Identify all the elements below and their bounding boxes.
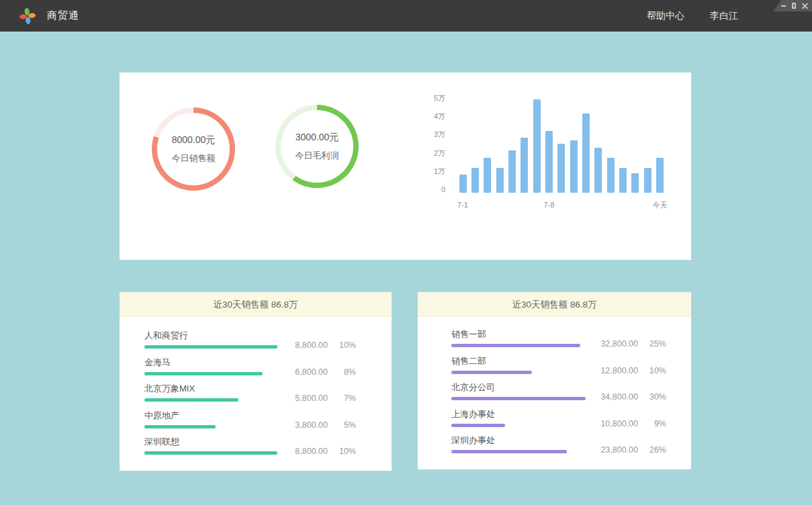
rank-progress-bar [144,451,279,455]
rank-progress-fill [451,371,532,374]
rank-progress-bar [451,424,586,427]
rank-row: 中原地产 3,800.00 5% [144,410,356,437]
rank-value: 6,800.00 8% [295,367,356,377]
rank-progress-bar [144,398,279,402]
rank-percent: 7% [328,394,356,403]
today-sales-donut: 8000.00元 今日销售额 [152,107,235,191]
rank-name: 销售一部 [451,329,666,340]
rank-percent: 25% [638,339,666,349]
rank-amount: 23,800.00 [600,445,638,455]
y-axis-tick-label: 2万 [417,148,445,158]
sales-bar [484,158,491,193]
sales-bar [471,168,479,193]
rank-progress-fill [144,425,216,428]
sales-bar [521,138,528,193]
sales-bar [594,148,602,193]
sales-bar [570,140,578,193]
rank-progress-fill [451,450,567,453]
rank-value: 5,800.00 7% [295,394,356,403]
rank-percent: 9% [638,419,666,428]
today-sales-label: 今日销售额 [172,152,216,165]
y-axis-tick-label: 5万 [417,93,445,103]
maximize-icon[interactable] [792,3,797,9]
rank-progress-bar [451,371,586,374]
rank-row: 深圳办事处 23,800.00 26% [451,435,666,462]
sales-bar [496,168,504,193]
sales-bar [619,168,627,193]
rank-amount: 5,800.00 [295,394,328,403]
rank-name: 人和商贸行 [144,330,356,341]
rank-amount: 8,800.00 [295,447,328,456]
rank-amount: 3,800.00 [295,420,328,430]
rank-progress-fill [451,344,580,347]
rank-value: 8,800.00 10% [295,447,356,456]
rank-row: 销售二部 12,800.00 10% [451,356,666,383]
title-bar: 商贸通 帮助中心 李白江 [0,0,812,32]
rank-progress-bar [451,344,586,347]
rank-amount: 32,800.00 [600,339,638,349]
rank-value: 3,800.00 5% [295,420,356,430]
rank-value: 32,800.00 25% [600,339,666,349]
today-profit-label: 今日毛利润 [296,150,339,162]
rank-name: 金海马 [144,357,356,368]
sales-bar [533,99,541,193]
today-profit-value: 3000.00元 [296,132,339,144]
sales-bar [644,168,651,193]
today-summary-card: 8000.00元 今日销售额 30天最高：10,000.00元 3000.00元… [120,73,691,260]
rank-percent: 5% [328,420,356,430]
rank-amount: 6,800.00 [295,367,328,377]
minimize-icon[interactable] [781,3,786,9]
rank-percent: 10% [638,366,666,375]
sales-bar [582,113,590,193]
customer-rank-card: 近30天销售额 86.8万 人和商贸行 8,800.00 10%金海马 6,80… [120,292,392,471]
rank-row: 北京分公司 34,800.00 30% [451,382,666,409]
rank-progress-fill [144,372,263,375]
rank-row: 销售一部 32,800.00 25% [451,329,666,356]
y-axis-tick-label: 1万 [417,167,445,176]
help-center-link[interactable]: 帮助中心 [647,10,684,22]
sales-bar [545,131,553,193]
rank-name: 深圳办事处 [451,435,666,446]
rank-progress-fill [451,424,505,427]
close-icon[interactable] [802,3,807,9]
app-logo-pinwheel-icon [19,7,36,25]
rank-row: 人和商贸行 8,800.00 10% [144,330,356,357]
rank-value: 12,800.00 10% [600,366,666,375]
x-axis-tick-label: 今天 [640,200,680,210]
sales-bar [508,150,516,193]
rank-row: 金海马 6,800.00 8% [144,357,356,384]
rank-percent: 8% [328,367,356,377]
rank-name: 销售二部 [451,356,666,367]
rank-progress-fill [451,397,586,400]
rank-amount: 8,800.00 [295,340,328,350]
rank-progress-bar [144,425,279,428]
rank-progress-fill [144,345,277,349]
sales-bar [607,158,615,193]
customer-rank-list: 人和商贸行 8,800.00 10%金海马 6,800.00 8%北京万象MIX… [120,317,392,463]
department-rank-header: 近30天销售额 86.8万 [418,292,691,317]
rank-value: 23,800.00 26% [600,445,666,455]
rank-percent: 10% [328,447,356,456]
today-profit-donut: 3000.00元 今日毛利润 [275,105,359,188]
rank-amount: 34,800.00 [600,392,638,402]
sales-bar [631,173,639,193]
y-axis-tick-label: 0 [417,185,445,194]
x-axis-tick-label: 7-8 [529,200,569,210]
y-axis-tick-label: 3万 [417,130,445,139]
user-name-menu[interactable]: 李白江 [710,10,738,22]
department-rank-list: 销售一部 32,800.00 25%销售二部 12,800.00 10%北京分公… [418,317,691,462]
y-axis-tick-label: 4万 [417,111,445,121]
sales-bar [557,144,565,193]
rank-amount: 12,800.00 [600,366,638,375]
rank-value: 8,800.00 10% [295,340,356,350]
x-axis-tick-label: 7-1 [443,200,483,210]
rank-percent: 30% [638,392,666,402]
rank-name: 深圳联想 [144,437,356,447]
customer-rank-header: 近30天销售额 86.8万 [120,292,392,317]
rank-progress-fill [144,451,277,455]
rank-amount: 10,800.00 [600,419,638,428]
rank-name: 中原地产 [144,410,356,421]
sales-bar [656,158,664,193]
app-title: 商贸通 [47,9,79,22]
today-sales-value: 8000.00元 [172,134,216,146]
